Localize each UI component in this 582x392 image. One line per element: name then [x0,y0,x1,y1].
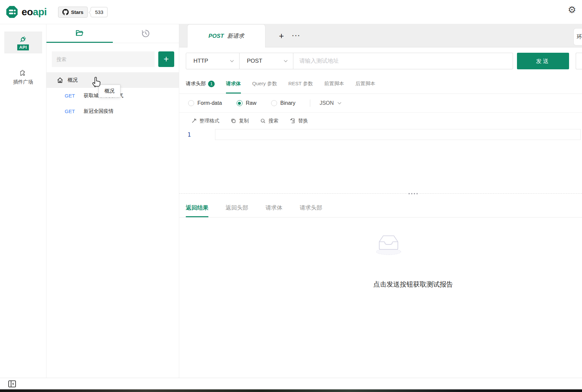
add-api-button[interactable]: + [158,51,174,67]
headers-count-badge: 1 [208,81,215,87]
tree-item-label: 概况 [68,77,78,83]
settings-gear-icon[interactable]: ⚙ [568,5,576,15]
radio-circle [188,100,194,106]
bottom-dark-strip [0,389,582,392]
radio-form-data[interactable]: Form-data [188,100,222,106]
url-input[interactable] [293,53,513,69]
logo-text-api: api [33,6,47,17]
search-button[interactable]: 搜索 [260,118,278,124]
tab-label: REST 参数 [288,81,313,87]
method-tag: GET [65,93,84,98]
request-config-tabs: 请求头部 1 请求体 Query 参数 REST 参数 前置脚本 后置脚本 [179,74,582,94]
tab-label: 前置脚本 [324,81,344,87]
tab-title: 新请求 [227,32,244,40]
chevron-down-icon [337,102,341,104]
tab-label: 请求头部 [300,204,322,212]
method-select[interactable]: POST [240,53,293,69]
raw-format-value: JSON [320,100,334,106]
radio-circle [271,100,277,106]
request-tab-active[interactable]: POST 新请求 [187,24,265,47]
radio-label: Raw [246,100,256,106]
divider [310,99,310,107]
method-value: POST [247,58,262,64]
tab-label: 返回结果 [186,204,208,212]
history-clock-icon [141,29,150,38]
rail-plugins-label: 插件广场 [13,79,33,85]
toolbar-label: 替换 [298,118,308,124]
protocol-select[interactable]: HTTP [186,53,240,69]
left-rail: API 插件广场 [0,24,46,378]
top-header: eoapi Stars 533 ⚙ [0,0,582,24]
tab-query-params[interactable]: Query 参数 [252,74,277,94]
folder-open-icon [75,29,84,37]
tab-more-button[interactable]: ··· [292,32,301,39]
rail-item-plugins[interactable]: 插件广场 [0,68,46,85]
puzzle-icon [19,68,28,77]
tab-collection[interactable] [46,24,113,43]
eoapi-logo-icon [5,5,19,19]
eoapi-window: eoapi Stars 533 ⚙ API [0,0,582,392]
radio-circle [237,100,243,106]
radio-label: Binary [280,100,295,106]
plug-icon [19,34,28,44]
logo-text-eo: eo [22,6,33,17]
copy-button[interactable]: 复制 [231,118,249,124]
github-stars-count: 533 [91,7,108,17]
tab-label: 后置脚本 [355,81,375,87]
environment-tab-label: 环 [577,33,582,40]
explorer-search-row: + [46,43,179,67]
status-footer [0,378,582,389]
rail-item-api[interactable]: API [4,32,42,53]
tooltip: 概况 [99,85,120,98]
tooltip-text: 概况 [105,88,114,94]
line-number: 1 [179,131,199,138]
tab-post-script[interactable]: 后置脚本 [355,74,375,94]
tab-response-headers[interactable]: 返回头部 [226,194,248,217]
home-icon [56,77,64,84]
tab-rest-params[interactable]: REST 参数 [288,74,313,94]
tree-item-label: 新冠全国疫情 [84,108,113,114]
tab-label: Query 参数 [252,81,277,87]
tab-sent-body[interactable]: 请求体 [265,194,282,217]
eoapi-logo: eoapi [5,5,47,19]
splitter-handle[interactable] [407,193,419,195]
github-stars-label: Stars [71,9,84,15]
protocol-value: HTTP [193,58,208,64]
send-options-button-partial[interactable] [576,53,582,69]
tab-sent-headers[interactable]: 请求头部 [300,194,322,217]
empty-state-text: 点击发送按钮获取测试报告 [373,280,453,289]
empty-inbox-icon [373,231,404,256]
environment-tab-partial[interactable]: 环 [573,28,582,45]
method-tag: GET [65,108,84,114]
new-tab-button[interactable]: + [275,32,287,40]
search-input[interactable] [52,51,155,67]
response-panel: 返回结果 返回头部 请求体 请求头部 点击发送按钮获取测试报告 [179,194,582,378]
collapse-sidebar-icon[interactable] [8,380,16,388]
github-icon [62,9,69,15]
search-icon [260,118,266,124]
radio-binary[interactable]: Binary [271,100,295,106]
send-button[interactable]: 发送 [517,53,569,69]
request-tabstrip: POST 新请求 + ··· 环 [179,24,582,47]
editor-content[interactable]: 1 [179,129,582,140]
chevron-down-icon [284,60,288,62]
radio-raw[interactable]: Raw [237,100,256,106]
replace-icon [290,118,295,124]
tab-label: 请求体 [226,81,241,87]
github-stars-badge[interactable]: Stars 533 [58,7,108,18]
replace-button[interactable]: 替换 [290,118,308,124]
tab-response-result[interactable]: 返回结果 [186,194,208,217]
request-panel: POST 新请求 + ··· 环 HTTP POST 发送 请求 [179,24,582,194]
format-button[interactable]: 整理格式 [191,118,219,124]
tab-history[interactable] [113,24,179,43]
raw-format-select[interactable]: JSON [320,100,341,106]
tab-request-headers[interactable]: 请求头部 1 [186,74,215,94]
tab-request-body[interactable]: 请求体 [226,74,241,94]
tree-item-api[interactable]: GET 新冠全国疫情 [46,103,179,119]
chevron-down-icon [230,60,234,62]
empty-state: 点击发送按钮获取测试报告 [373,231,453,289]
panel-splitter[interactable] [179,193,582,194]
explorer-tabs [46,24,179,43]
logo-wordmark: eoapi [22,6,47,18]
tab-pre-script[interactable]: 前置脚本 [324,74,344,94]
